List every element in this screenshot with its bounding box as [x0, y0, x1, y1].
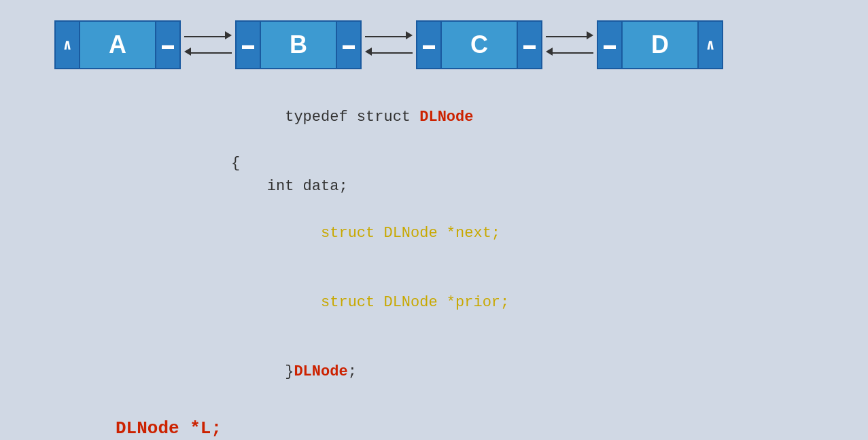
- arrow-bc-head-bwd: [365, 47, 372, 59]
- arrow-bc-backward: [365, 47, 413, 59]
- node-b-right: ▬: [336, 20, 362, 69]
- arrow-cd-forward: [546, 31, 593, 43]
- arrow-ab-backward: [184, 47, 232, 59]
- node-c: ▬ C ▬: [416, 20, 542, 69]
- dlnode-typedef: DLNode: [294, 363, 347, 380]
- code-section: typedef struct DLNode { int data; struct…: [231, 83, 509, 407]
- node-a-left: ∧: [54, 20, 80, 69]
- node-d-right-symbol: ∧: [706, 36, 714, 54]
- node-d: ▬ D ∧: [597, 20, 723, 69]
- node-a-right-symbol: ▬: [162, 38, 174, 52]
- typedef-keyword: typedef struct: [285, 109, 419, 126]
- code-line-2: {: [231, 152, 509, 175]
- code-line-4: struct DLNode *next;: [231, 198, 509, 268]
- code-line-3: int data;: [231, 175, 509, 198]
- arrow-bc: [362, 20, 416, 69]
- struct-next: struct DLNode *next;: [285, 225, 500, 242]
- code-line-6: }DLNode;: [231, 337, 509, 407]
- arrow-cd-line-fwd: [546, 36, 587, 37]
- arrow-ab-head-bwd: [184, 47, 191, 59]
- closing-brace: }: [285, 363, 294, 380]
- arrow-cd-line-bwd: [553, 52, 593, 54]
- arrow-bc-forward: [365, 31, 413, 43]
- arrow-ab-line-bwd: [191, 52, 232, 54]
- main-container: ∧ A ▬ ▬ B ▬: [0, 0, 868, 440]
- node-d-left: ▬: [597, 20, 623, 69]
- node-d-left-symbol: ▬: [604, 38, 616, 52]
- arrow-cd-backward: [546, 47, 593, 59]
- var-line-1: DLNode *L;: [116, 414, 498, 440]
- variable-section: DLNode *L; L = (DLNode*)malloc(sizeof(DL…: [116, 414, 498, 440]
- code-line-1: typedef struct DLNode: [231, 83, 509, 152]
- arrow-ab-forward: [184, 31, 232, 43]
- arrow-bc-line-fwd: [365, 36, 406, 37]
- arrow-cd-head-bwd: [546, 47, 553, 59]
- node-c-left-symbol: ▬: [423, 38, 435, 52]
- node-d-label: D: [623, 20, 697, 69]
- dlnode-keyword: DLNode: [419, 109, 473, 126]
- node-a-right: ▬: [155, 20, 181, 69]
- node-a-label: A: [80, 20, 155, 69]
- node-b-right-symbol: ▬: [343, 38, 355, 52]
- node-b-left: ▬: [235, 20, 261, 69]
- node-c-label: C: [442, 20, 517, 69]
- node-d-right: ∧: [697, 20, 723, 69]
- node-b: ▬ B ▬: [235, 20, 362, 69]
- arrow-cd-head-fwd: [587, 31, 593, 43]
- node-c-right: ▬: [517, 20, 542, 69]
- arrow-bc-head-fwd: [406, 31, 413, 43]
- node-b-left-symbol: ▬: [242, 38, 254, 52]
- arrow-cd: [542, 20, 597, 69]
- node-c-left: ▬: [416, 20, 442, 69]
- node-a-left-symbol: ∧: [63, 36, 71, 54]
- node-b-label: B: [261, 20, 336, 69]
- arrow-ab: [181, 20, 235, 69]
- code-line-5: struct DLNode *prior;: [231, 268, 509, 337]
- semicolon: ;: [348, 363, 357, 380]
- node-a: ∧ A ▬: [54, 20, 181, 69]
- linked-list-diagram: ∧ A ▬ ▬ B ▬: [54, 20, 723, 69]
- struct-prior: struct DLNode *prior;: [285, 294, 509, 311]
- arrow-bc-line-bwd: [372, 52, 413, 54]
- arrow-ab-line-fwd: [184, 36, 225, 37]
- arrow-ab-head-fwd: [225, 31, 232, 43]
- node-c-right-symbol: ▬: [523, 38, 536, 52]
